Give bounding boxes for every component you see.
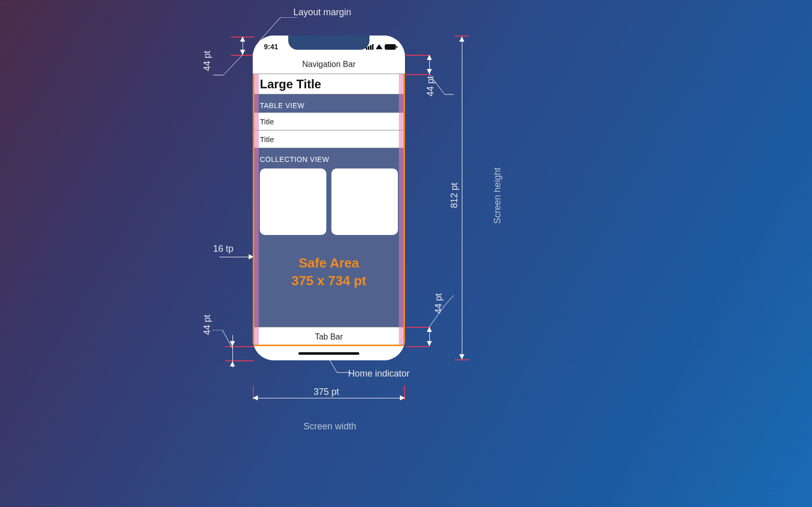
dim-tick [406,346,429,347]
layout-margin-label: Layout margin [293,7,351,18]
table-row[interactable]: Title [253,113,405,130]
collection-view [253,166,405,240]
screen-height-value: 812 pt [449,183,460,208]
screen-height-label: Screen height [492,167,503,224]
table-view-header: TABLE VIEW [253,94,405,113]
screen-width-value: 375 pt [314,387,339,397]
nav-bar-height-label: 44 pt [425,76,436,96]
home-indicator-height-label: 44 pt [202,315,213,335]
layout-margin-band [399,55,405,346]
leader-line [212,330,234,350]
dim-arrow-shaft [219,257,252,257]
arrow-head-icon [400,395,405,400]
navigation-bar[interactable]: Navigation Bar [253,55,405,74]
leader-line [213,55,244,80]
table-row[interactable]: Title [253,130,405,148]
arrow-head-icon [427,341,432,346]
status-time: 9:41 [264,43,278,51]
dim-tick [455,359,469,360]
battery-icon [385,44,396,50]
layout-margin-band [253,55,259,346]
large-title: Large Title [253,74,405,94]
arrow-head-icon [253,395,258,400]
screen-width-label: Screen width [303,421,356,432]
safe-area-text: Safe Area 375 x 734 pt [253,255,405,289]
collection-card[interactable] [260,168,326,235]
arrow-head-icon [230,361,235,366]
signal-icon [366,44,374,50]
dim-tick [455,36,469,37]
tab-bar-height-label: 44 pt [433,293,444,314]
tab-bar[interactable]: Tab Bar [253,327,405,346]
dim-tick [406,74,429,75]
collection-view-header: COLLECTION VIEW [253,148,405,166]
dim-tick [406,55,429,56]
collection-card[interactable] [331,168,398,235]
arrow-head-icon [427,55,432,60]
dim-arrow-shaft [253,398,405,398]
arrow-head-icon [240,37,245,42]
content-area: Navigation Bar Large Title TABLE VIEW Ti… [253,55,405,346]
arrow-head-icon [459,354,464,359]
arrow-head-icon [459,37,464,42]
status-bar-height-label: 44 pt [202,51,213,71]
dim-tick [406,327,429,328]
layout-margin-value-label: 16 tp [213,244,233,254]
status-bar: 9:41 [253,36,405,55]
home-indicator-bar[interactable] [298,352,359,355]
dim-arrow-shaft [462,37,462,359]
phone-mockup: 9:41 Navigation Bar Large Title TABLE VI… [253,36,405,360]
home-indicator-label: Home indicator [348,368,410,379]
home-indicator-area [253,346,405,360]
arrow-head-icon [240,50,245,55]
arrow-head-icon [427,69,432,74]
diagram-stage: Layout margin 44 pt 44 pt 44 pt 44 pt 16… [0,0,812,507]
wifi-icon [376,44,383,49]
